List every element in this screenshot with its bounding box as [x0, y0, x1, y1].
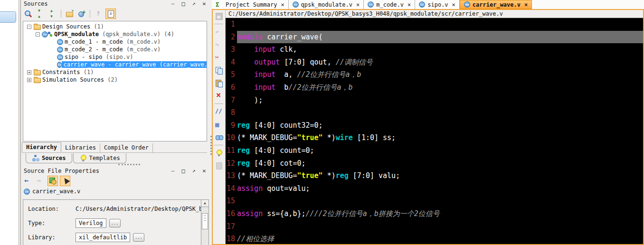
- expand-all-icon[interactable]: [47, 9, 58, 19]
- verilog-file-icon: ve: [419, 1, 425, 8]
- property-value-input[interactable]: Verilog: [76, 218, 106, 228]
- create-file-icon[interactable]: [76, 9, 87, 19]
- pointer-icon[interactable]: [60, 176, 70, 186]
- code-token: //2位并行信号a，b: [288, 83, 352, 92]
- undo-icon: [214, 27, 224, 37]
- code-line: 3 input clk,: [226, 43, 643, 56]
- verilog-file-icon: ve: [464, 1, 470, 8]
- code-token: output: [254, 58, 280, 66]
- tree-item[interactable]: -veQPSK_modulate (qpsk_modulate.v) (4): [23, 30, 207, 38]
- close-tab-icon[interactable]: ×: [356, 1, 360, 8]
- line-number: 11: [226, 144, 237, 157]
- comment-icon[interactable]: [214, 106, 224, 117]
- verilog-file-icon: ve: [293, 1, 299, 8]
- float-icon[interactable]: [191, 168, 197, 174]
- tree-item[interactable]: vem_code_2 - m_code (m_code.v): [23, 46, 207, 53]
- add-sources-icon[interactable]: [64, 9, 75, 19]
- code-token: module: [237, 33, 263, 41]
- tab-hierarchy[interactable]: Hierarchy: [22, 142, 61, 152]
- collapse-all-icon[interactable]: [35, 9, 46, 19]
- scrollbar-thumb[interactable]: [202, 213, 208, 229]
- code-line: 10(* MARK_DEBUG="true" *)wire [1:0] ss;: [226, 132, 643, 144]
- tree-item[interactable]: -Design Sources (1): [23, 23, 207, 30]
- block-select-icon[interactable]: [214, 119, 224, 130]
- maximize-icon[interactable]: [180, 1, 186, 7]
- ellipsis-button[interactable]: ...: [109, 219, 121, 227]
- float-icon[interactable]: [191, 1, 197, 7]
- code-line-text: assign ss={a,b};////2位并行信号a，b拼接为一个2位信号: [237, 207, 643, 220]
- ellipsis-button[interactable]: ...: [133, 233, 144, 242]
- tree-item[interactable]: vecarrier_wave - carrier_wave (carrier_w…: [23, 61, 207, 68]
- editor-tab-carrier-wave-v[interactable]: vecarrier_wave.v×: [460, 0, 532, 9]
- code-line-text: (* MARK_DEBUG="true" *)reg [7:0] valu;: [237, 170, 643, 182]
- tree-item[interactable]: vem_code_1 - m_code (m_code.v): [23, 38, 207, 46]
- tree-item-suffix: (1): [80, 69, 94, 75]
- tab-sources[interactable]: Sources: [26, 153, 72, 163]
- close-tab-icon[interactable]: ×: [281, 1, 284, 8]
- expand-expander-icon[interactable]: +: [27, 78, 31, 82]
- code-token: //2位并行信号a，b: [297, 70, 361, 79]
- code-line: 16assign ss={a,b};////2位并行信号a，b拼接为一个2位信号: [226, 207, 643, 220]
- find-replace-icon[interactable]: [214, 132, 224, 142]
- paste-icon: [215, 79, 223, 87]
- partial-button[interactable]: [0, 11, 16, 23]
- editor-tab-m-code-v[interactable]: vem_code.v×: [364, 0, 415, 9]
- code-area[interactable]: 12module carrier_wave(3 input clk,4 outp…: [226, 18, 643, 244]
- editor-tab-sipo-v[interactable]: vesipo.v×: [415, 0, 460, 9]
- maximize-icon[interactable]: [180, 168, 186, 174]
- sources-tree[interactable]: -Design Sources (1)-veQPSK_modulate (qps…: [23, 21, 207, 141]
- back-icon[interactable]: [23, 176, 33, 186]
- tab-libraries[interactable]: Libraries: [61, 143, 100, 152]
- scroll-up-button[interactable]: ▲: [201, 200, 208, 207]
- copy-icon[interactable]: [214, 65, 224, 75]
- code-line: 7 );: [226, 94, 643, 107]
- minimize-icon[interactable]: [170, 1, 176, 7]
- editor-tab-project-summary[interactable]: Project Summary×: [212, 0, 289, 9]
- horizontal-splitter-handle[interactable]: [118, 164, 140, 165]
- collapse-expander-icon[interactable]: -: [36, 32, 40, 37]
- expand-expander-icon[interactable]: +: [27, 70, 31, 75]
- cut-icon[interactable]: [214, 52, 224, 63]
- tree-item[interactable]: +Constraints (1): [23, 68, 207, 76]
- delete-icon[interactable]: [214, 91, 224, 101]
- tab-templates[interactable]: Templates: [73, 153, 126, 163]
- property-value-input[interactable]: xil_defaultlib: [76, 233, 130, 242]
- sources-toolbar: [21, 8, 210, 20]
- properties-scrollbar[interactable]: ▲: [201, 200, 208, 245]
- search-icon[interactable]: [23, 9, 33, 19]
- tree-item[interactable]: +Simulation Sources (2): [23, 76, 207, 84]
- tree-item-label: m_code_2 - m_code (m_code.v): [63, 46, 162, 53]
- line-number: 6: [226, 81, 237, 94]
- editor-tab-qpsk-modulate-v[interactable]: veqpsk_modulate.v×: [289, 0, 364, 9]
- folder-icon: [33, 23, 41, 30]
- tab-compile-order[interactable]: Compile Order: [100, 143, 153, 152]
- lightbulb-icon: [215, 149, 223, 157]
- minimize-icon[interactable]: [170, 168, 176, 174]
- close-tab-icon[interactable]: ×: [407, 1, 411, 8]
- properties-gear-icon[interactable]: [47, 176, 58, 186]
- search-icon: [24, 10, 32, 18]
- property-row: Location:C:/Users/Administrator/Desktop/…: [28, 204, 208, 214]
- tree-item-name: Constraints: [42, 69, 80, 75]
- line-number: 17: [226, 220, 237, 233]
- autoscroll-icon[interactable]: [105, 9, 116, 19]
- code-token: [4:0] count32=0;: [250, 121, 323, 130]
- collapse-expander-icon[interactable]: -: [27, 25, 31, 29]
- close-tab-icon[interactable]: ×: [524, 1, 528, 8]
- property-label: Type:: [28, 220, 76, 226]
- close-icon[interactable]: [201, 1, 207, 7]
- pointer-icon: [61, 177, 69, 185]
- sources-view-tabs: HierarchyLibrariesCompile Order: [22, 143, 207, 153]
- code-token: [1:0] ss;: [353, 133, 396, 142]
- tree-item[interactable]: vesipo - sipo (sipo.v): [23, 53, 207, 61]
- help-icon: [93, 9, 104, 19]
- forward-icon: [37, 177, 44, 185]
- close-tab-icon[interactable]: ×: [452, 1, 455, 8]
- tree-item-label: QPSK_modulate (qpsk_modulate.v) (4): [53, 31, 176, 38]
- expand-all-icon: [49, 10, 57, 18]
- line-number: 9: [226, 119, 237, 132]
- close-icon[interactable]: [201, 168, 207, 174]
- code-line: 5 input a, //2位并行信号a，b: [226, 68, 643, 81]
- lightbulb-icon[interactable]: [214, 148, 224, 158]
- paste-icon[interactable]: [214, 78, 224, 88]
